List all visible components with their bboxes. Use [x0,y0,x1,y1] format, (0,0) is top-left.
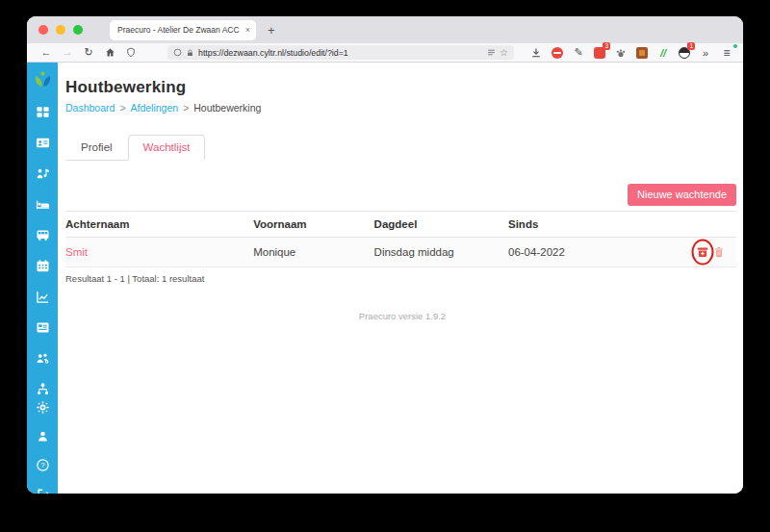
column-voornaam: Voornaam [253,212,373,238]
extension-badge: 3 [603,42,610,50]
reload-icon[interactable]: ↻ [79,47,98,58]
sidebar-item-clients[interactable] [36,136,50,154]
breadcrumb-separator: > [119,102,125,114]
overflow-chevron-icon[interactable]: » [699,46,712,60]
new-wachtende-button[interactable]: Nieuwe wachtende [628,184,736,206]
table-row: Smit Monique Dinsdag middag 06-04-2022 [65,238,736,267]
maximize-window-button[interactable] [73,25,83,35]
dagdeel-cell: Dinsdag middag [374,238,508,267]
svg-text:?: ? [40,461,45,469]
browser-tab[interactable]: Praecuro - Atelier De Zwaan ACC | A × [110,20,256,40]
browser-navbar: ← → ↻ https://dezwaan.cyltr.nl/studio/ed… [27,43,743,63]
download-icon[interactable] [529,46,543,60]
tab-wachtlijst[interactable]: Wachtlijst [128,135,206,161]
delete-trash-icon[interactable] [713,246,725,258]
sidebar-nav [36,105,50,400]
sidebar-item-reports[interactable] [36,290,50,308]
extension-toolbar: ✎ 3 // 1 » ≡ [529,46,733,60]
eyedropper-icon[interactable]: ✎ [572,46,585,60]
column-actions [694,212,736,238]
menu-icon[interactable]: ≡ [720,46,733,60]
scripts-badge: 1 [687,42,695,50]
sidebar-item-hierarchy[interactable] [36,382,50,400]
main-panel: Houtbewerking Dashboard > Afdelingen > H… [58,63,743,494]
logout-icon[interactable] [36,487,50,494]
reader-mode-icon[interactable] [487,48,496,57]
breadcrumb: Dashboard > Afdelingen > Houtbewerking [65,102,739,114]
sidebar-item-dashboard[interactable] [36,105,50,123]
orange-extension-icon[interactable] [635,46,649,60]
extension-red-square-icon[interactable]: 3 [593,46,606,60]
url-text[interactable]: https://dezwaan.cyltr.nl/studio/edit/?id… [198,48,483,58]
screenshot-stage: Praecuro - Atelier De Zwaan ACC | A × + … [0,0,770,532]
sidebar-item-care[interactable] [36,197,50,215]
praecuro-logo-icon[interactable] [33,69,53,93]
breadcrumb-dashboard[interactable]: Dashboard [65,102,115,114]
row-actions [694,246,729,258]
browser-titlebar: Praecuro - Atelier De Zwaan ACC | A × + [27,16,743,43]
achternaam-link[interactable]: Smit [65,246,88,258]
app-content: ? Houtbewerking Dashboard > Afdelingen >… [27,63,743,494]
breadcrumb-current: Houtbewerking [193,102,261,114]
new-tab-button[interactable]: + [268,24,275,37]
update-dot [733,44,737,48]
back-icon[interactable]: ← [37,47,56,58]
voornaam-cell: Monique [253,238,373,267]
sidebar-item-card[interactable] [36,320,50,339]
home-icon[interactable] [100,47,119,59]
bookmark-star-icon[interactable]: ☆ [500,48,508,58]
profile-user-icon[interactable] [36,429,50,447]
tracking-shield-icon[interactable] [173,48,182,57]
tab-close-icon[interactable]: × [242,25,250,35]
column-achternaam: Achternaam [65,212,253,238]
lock-icon [186,48,194,58]
menu-glyph: ≡ [723,46,730,60]
browser-window: Praecuro - Atelier De Zwaan ACC | A × + … [27,16,743,494]
minimize-window-button[interactable] [56,25,65,35]
column-dagdeel: Dagdeel [374,212,508,238]
url-bar[interactable]: https://dezwaan.cyltr.nl/studio/edit/?id… [167,45,514,60]
column-sinds: Sinds [508,212,694,238]
settings-gear-icon[interactable] [36,400,50,418]
table-header-row: Achternaam Voornaam Dagdeel Sinds [65,212,736,238]
help-icon[interactable]: ? [36,458,50,476]
version-footer: Praecuro versie 1.9.2 [65,311,739,321]
sidebar-bottom: ? [36,400,50,494]
page-title: Houtbewerking [65,78,739,97]
tab-strip: Profiel Wachtlijst [65,135,205,161]
shield-icon[interactable] [121,47,141,59]
sidebar-item-transport[interactable] [36,228,50,246]
sidebar-item-groups[interactable] [36,351,50,369]
sinds-cell: 06-04-2022 [508,238,694,267]
pokeball-icon[interactable]: 1 [678,46,691,60]
window-controls [27,25,92,35]
paw-icon[interactable] [614,46,628,60]
adblock-icon[interactable] [551,46,564,60]
breadcrumb-afdelingen[interactable]: Afdelingen [131,102,179,114]
forward-icon[interactable]: → [58,47,77,58]
move-wachtende-icon[interactable] [697,246,708,258]
waitlist-table: Achternaam Voornaam Dagdeel Sinds Smit M… [65,211,736,267]
slashes-extension-icon[interactable]: // [656,46,670,60]
sidebar-item-calendar[interactable] [36,259,50,277]
browser-tab-title: Praecuro - Atelier De Zwaan ACC | A [117,25,242,35]
app-sidebar: ? [27,63,58,494]
tab-profiel[interactable]: Profiel [65,135,128,160]
sidebar-item-activities[interactable] [36,166,50,185]
close-window-button[interactable] [38,25,48,35]
action-row: Nieuwe wachtende [65,184,739,206]
breadcrumb-separator: > [183,102,189,114]
result-count: Resultaat 1 - 1 | Totaal: 1 resultaat [65,273,739,284]
